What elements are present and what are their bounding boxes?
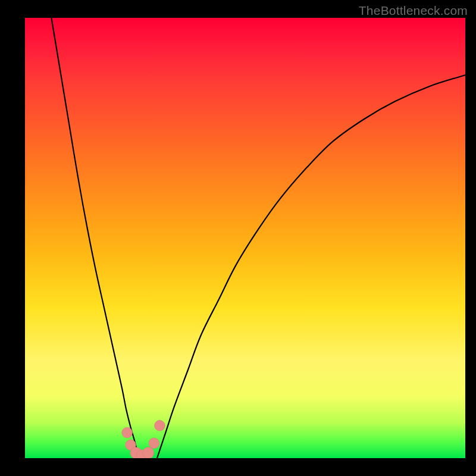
trough-marker-4 [143,447,154,459]
plot-area [25,18,465,458]
trough-marker-0 [122,427,133,438]
curve-layer [25,18,465,458]
trough-marker-6 [155,420,165,431]
left-branch-curve [51,18,139,458]
right-branch-curve [157,75,465,458]
watermark-text: TheBottleneck.com [359,4,468,18]
chart-frame: TheBottleneck.com [0,0,476,476]
trough-marker-5 [149,438,159,449]
